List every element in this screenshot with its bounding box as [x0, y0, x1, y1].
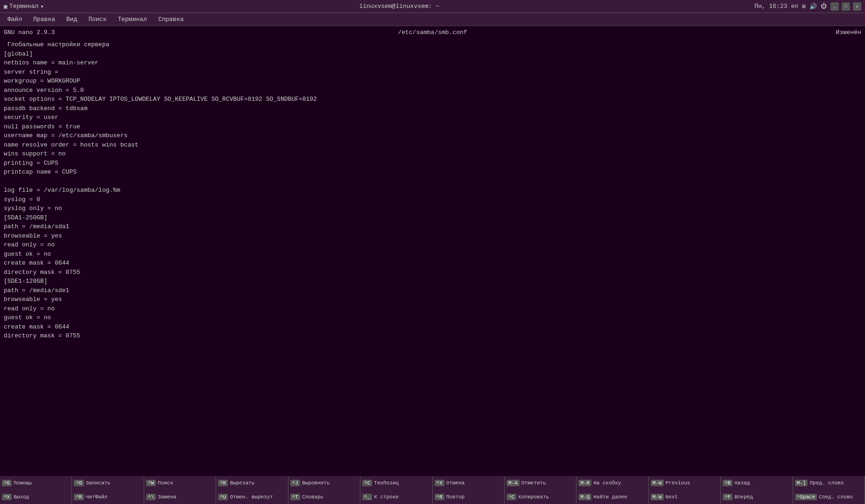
shortcut-label: Повтор	[446, 494, 465, 500]
shortcut-item[interactable]: M-WPrevious	[649, 476, 721, 490]
nano-header: GNU nano 2.9.3 /etc/samba/smb.conf Измен…	[0, 26, 865, 38]
shortcut-item[interactable]: M-]Пред. слово	[793, 476, 865, 490]
shortcut-label: Previous	[666, 480, 690, 486]
shortcut-row-2: ^XВыход^RЧитФайл^\Замена^UОтмен. вырезут…	[0, 490, 865, 504]
time-label: Пн, 16:23	[754, 3, 787, 10]
menu-edit[interactable]: Правка	[28, 14, 61, 25]
nano-filename: /etc/samba/smb.conf	[289, 29, 575, 36]
menu-search[interactable]: Поиск	[83, 14, 112, 25]
shortcut-item[interactable]: ^WПоиск	[144, 476, 216, 490]
menu-view[interactable]: Вид	[61, 14, 83, 25]
shortcut-item[interactable]: ^FВперёд	[721, 490, 793, 504]
shortcut-item[interactable]: ^OЗаписать	[72, 476, 144, 490]
lang-label: en	[791, 3, 799, 10]
shortcut-label: Назад	[734, 480, 750, 486]
shortcut-item[interactable]: ^XОтмена	[433, 476, 505, 490]
shortcut-label: Отметить	[521, 480, 546, 486]
shortcut-label: К строке	[374, 494, 399, 500]
power-icon[interactable]: ⏻	[821, 3, 827, 10]
shortcut-key: ^F	[723, 494, 732, 500]
shortcut-key: ^C	[362, 480, 372, 486]
shortcut-label: Next	[666, 494, 678, 500]
volume-icon: 🔊	[809, 3, 817, 10]
shortcut-key: ^R	[435, 494, 444, 500]
menu-help[interactable]: Справка	[153, 14, 190, 25]
shortcut-item[interactable]: ^UОтмен. вырезут	[216, 490, 288, 504]
shortcut-key: ^B	[723, 480, 732, 486]
close-button[interactable]: ✕	[853, 2, 861, 11]
shortcut-key: ^X	[435, 480, 444, 486]
system-bar: ▣ Терминал ▾ linuxvsem@linuxvsem: ~ Пн, …	[0, 0, 865, 13]
shortcut-key: ^X	[2, 494, 12, 500]
shortcut-item[interactable]: ^RЧитФайл	[72, 490, 144, 504]
shortcut-key: ^\	[146, 494, 156, 500]
editor-area[interactable]: Глобальные настройки сервера [global] ne…	[0, 38, 865, 476]
shortcut-key: M-]	[795, 480, 808, 486]
shortcut-item[interactable]: ^RПовтор	[433, 490, 505, 504]
shortcut-label: Отмен. вырезут	[230, 494, 273, 500]
shortcut-key: ^W	[146, 480, 156, 486]
shortcut-label: ТекПозиц	[374, 480, 399, 486]
network-icon: ⊞	[802, 3, 806, 10]
shortcut-item[interactable]: M-WNext	[649, 490, 721, 504]
terminal-label[interactable]: ▣ Терминал ▾	[4, 3, 44, 10]
menu-file[interactable]: Файл	[2, 14, 28, 25]
editor-content: Глобальные настройки сервера [global] ne…	[4, 40, 861, 341]
shortcut-key: M-W	[651, 494, 664, 500]
shortcut-label: На скобку	[593, 480, 621, 486]
shortcut-item[interactable]: ^XВыход	[0, 490, 72, 504]
minimize-button[interactable]: _	[830, 2, 839, 11]
system-bar-right: Пн, 16:23 en ⊞ 🔊 ⏻ _ □ ✕	[754, 2, 861, 11]
shortcut-bar: ^GПомощь^OЗаписать^WПоиск^KВырезать^JВыр…	[0, 476, 865, 504]
shortcut-label: ЧитФайл	[86, 494, 107, 500]
system-bar-center: linuxvsem@linuxvsem: ~	[359, 3, 439, 10]
system-bar-left: ▣ Терминал ▾	[4, 3, 44, 10]
shortcut-label: Пред. слово	[809, 480, 844, 486]
shortcut-key: ^T	[290, 494, 300, 500]
shortcut-item[interactable]: ^JВыровнять	[288, 476, 360, 490]
shortcut-label: Выход	[14, 494, 29, 500]
shortcut-label: Замена	[158, 494, 176, 500]
shortcut-label: Вперёд	[734, 494, 753, 500]
shortcut-label: Словарь	[302, 494, 323, 500]
shortcut-key: ^C	[506, 494, 516, 500]
shortcut-key: ^O	[74, 480, 84, 486]
menu-terminal[interactable]: Терминал	[112, 14, 152, 25]
shortcut-key: ^U	[218, 494, 228, 500]
shortcut-label: Выровнять	[302, 480, 330, 486]
shortcut-key: ^Space	[795, 494, 817, 500]
shortcut-item[interactable]: ^KВырезать	[216, 476, 288, 490]
shortcut-label: Копировать	[518, 494, 549, 500]
shortcut-key: ^K	[218, 480, 228, 486]
shortcut-key: M-A	[506, 480, 520, 486]
shortcut-item[interactable]: ^\Замена	[144, 490, 216, 504]
shortcut-key: ^_	[362, 494, 372, 500]
maximize-button[interactable]: □	[842, 2, 850, 11]
shortcut-item[interactable]: ^_К строке	[360, 490, 432, 504]
shortcut-item[interactable]: M-RНа скобку	[577, 476, 648, 490]
shortcut-item[interactable]: ^GПомощь	[0, 476, 72, 490]
shortcut-item[interactable]: ^CТекПозиц	[360, 476, 432, 490]
shortcut-label: Записать	[86, 480, 111, 486]
shortcut-label: Помощь	[14, 480, 32, 486]
nano-version: GNU nano 2.9.3	[4, 29, 289, 36]
nano-modified: Изменён	[576, 29, 861, 36]
shortcut-item[interactable]: ^SpaceСлед. слово	[793, 490, 865, 504]
host-label: linuxvsem@linuxvsem: ~	[359, 3, 439, 10]
shortcut-item[interactable]: M-QНайти далее	[577, 490, 648, 504]
menu-bar: Файл Правка Вид Поиск Терминал Справка	[0, 13, 865, 26]
shortcut-item[interactable]: ^CКопировать	[505, 490, 577, 504]
shortcut-label: Отмена	[446, 480, 465, 486]
shortcut-label: Найти далее	[593, 494, 627, 500]
shortcut-key: ^J	[290, 480, 300, 486]
shortcut-item[interactable]: ^TСловарь	[288, 490, 360, 504]
shortcut-key: ^G	[2, 480, 12, 486]
shortcut-label: Поиск	[158, 480, 173, 486]
shortcut-item[interactable]: M-AОтметить	[505, 476, 577, 490]
shortcut-key: M-R	[578, 480, 591, 486]
shortcut-row-1: ^GПомощь^OЗаписать^WПоиск^KВырезать^JВыр…	[0, 476, 865, 490]
window-controls: _ □ ✕	[830, 2, 861, 11]
shortcut-label: Вырезать	[230, 480, 254, 486]
shortcut-key: M-W	[651, 480, 664, 486]
shortcut-item[interactable]: ^BНазад	[721, 476, 793, 490]
